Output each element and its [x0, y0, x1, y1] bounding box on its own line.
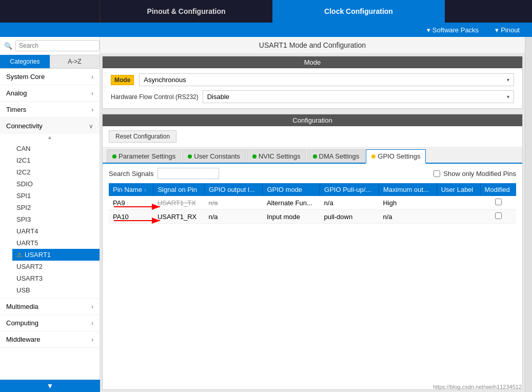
sidebar-item-UART4[interactable]: UART4 [12, 225, 100, 237]
sort-arrow-icon: ↑ [144, 188, 147, 193]
mode-select[interactable]: Asynchronous ▾ [139, 73, 514, 86]
table-row: PA10 USART1_RX n/a Input mode pull-down … [109, 210, 516, 224]
pinout-btn[interactable]: ▾ Pinout [487, 26, 528, 34]
sidebar-item-system-core[interactable]: System Core › [0, 69, 100, 85]
tab-dma-settings[interactable]: DMA Settings [307, 149, 365, 163]
chevron-right-icon5: › [91, 320, 93, 327]
watermark: https://blog.csdn.net/weih11234512 [433, 384, 522, 390]
system-core-label: System Core [6, 73, 45, 81]
content-area: USART1 Mode and Configuration Mode Mode … [100, 37, 525, 392]
mode-panel: Mode Mode Asynchronous ▾ Hardware Flow C… [102, 56, 523, 109]
modified-checkbox-pa9[interactable] [495, 199, 502, 205]
th-signal: Signal on Pin [153, 183, 205, 196]
th-gpio-mode: GPIO mode [263, 183, 320, 196]
sidebar-item-SPI2[interactable]: SPI2 [12, 202, 100, 213]
dot-gpio [371, 154, 376, 159]
scroll-up-indicator: ▲ [0, 134, 100, 141]
mode-panel-body: Mode Asynchronous ▾ Hardware Flow Contro… [103, 68, 522, 108]
td-pa10-modified [480, 210, 516, 224]
reset-config-button[interactable]: Reset Configuration [109, 130, 176, 143]
dot-parameter [112, 154, 116, 159]
mode-panel-header: Mode [103, 56, 522, 68]
td-pa9-output: n/a [205, 196, 263, 210]
subheader: ▾ Software Packs ▾ Pinout [0, 23, 532, 37]
modified-checkbox-pa10[interactable] [495, 212, 502, 219]
sidebar-item-USART1[interactable]: ⚠ USART1 [12, 249, 100, 261]
tab-parameter-settings[interactable]: Parameter Settings [107, 149, 181, 163]
tab-gpio-settings[interactable]: GPIO Settings [366, 149, 426, 164]
table-body: PA9 USART1_TX n/a Alternate Fun... n/a [109, 196, 516, 224]
mode-badge: Mode [111, 75, 134, 85]
sidebar-item-UART5[interactable]: UART5 [12, 237, 100, 249]
sidebar-item-connectivity[interactable]: Connectivity ∨ [0, 118, 100, 134]
th-gpio-output: GPIO output l... [205, 183, 263, 196]
sidebar-item-middleware[interactable]: Middleware › [0, 331, 100, 348]
software-packs-label: Software Packs [432, 26, 479, 34]
td-pa10-maxout: n/a [379, 210, 437, 224]
tab-nvic-settings[interactable]: NVIC Settings [247, 149, 306, 163]
show-modified-checkbox[interactable] [434, 170, 440, 177]
td-pa10-pull: pull-down [320, 210, 379, 224]
bottom-arrow-icon[interactable]: ▼ [47, 382, 54, 390]
clock-config-tab[interactable]: Clock Configuration [272, 0, 445, 23]
tab-user-constants[interactable]: User Constants [182, 149, 246, 163]
th-pin-name: Pin Name ↑ [109, 183, 153, 196]
show-modified-label: Show only Modified Pins [443, 170, 516, 178]
chevron-right-icon3: › [91, 106, 93, 113]
sidebar-item-SPI1[interactable]: SPI1 [12, 190, 100, 202]
sidebar-item-USART2[interactable]: USART2 [12, 261, 100, 272]
pinout-label: Pinout [501, 26, 520, 34]
sidebar-item-multimedia[interactable]: Multimedia › [0, 299, 100, 315]
td-pa10-output: n/a [205, 210, 263, 224]
sidebar-item-timers[interactable]: Timers › [0, 102, 100, 118]
content-title: USART1 Mode and Configuration [100, 37, 525, 54]
dropdown-icon: ▾ [507, 77, 509, 83]
sidebar-item-CAN[interactable]: CAN [12, 143, 100, 154]
mode-row: Mode Asynchronous ▾ [111, 73, 514, 86]
dot-dma [313, 154, 317, 159]
td-pa10-signal: USART1_RX [153, 210, 205, 224]
chevron-right-icon2: › [91, 90, 93, 97]
td-pa9-pin: PA9 [109, 196, 153, 210]
sidebar-item-I2C2[interactable]: I2C2 [12, 166, 100, 178]
sidebar-item-USART3[interactable]: USART3 [12, 272, 100, 284]
td-pa9-mode: Alternate Fun... [263, 196, 320, 210]
connectivity-section: Connectivity ∨ ▲ CAN I2C1 I2C2 SDIO SPI1… [0, 118, 100, 299]
pinout-config-tab[interactable]: Pinout & Configuration [100, 0, 272, 23]
dropdown-icon2: ▾ [507, 94, 509, 100]
config-toolbar: Reset Configuration [103, 126, 522, 147]
td-pa10-label [437, 210, 480, 224]
sidebar-item-SDIO[interactable]: SDIO [12, 178, 100, 190]
td-pa9-pull: n/a [320, 196, 379, 210]
right-scrollbar[interactable] [525, 37, 532, 392]
tab-az[interactable]: A->Z [50, 55, 100, 68]
hw-flow-label: Hardware Flow Control (RS232) [111, 93, 199, 101]
chevron-down-icon: ▾ [427, 26, 430, 34]
computing-label: Computing [6, 319, 38, 327]
sidebar-item-analog[interactable]: Analog › [0, 85, 100, 102]
sidebar-search-row: 🔍 ⚙ [0, 37, 100, 55]
search-signals-row: Search Signals Show only Modified Pins [109, 168, 516, 179]
chevron-right-icon: › [91, 73, 93, 81]
sidebar-item-SPI3[interactable]: SPI3 [12, 213, 100, 225]
chevron-right-icon4: › [91, 303, 93, 310]
software-packs-btn[interactable]: ▾ Software Packs [419, 26, 487, 34]
config-panel: Configuration Reset Configuration Parame… [102, 114, 523, 390]
hw-flow-select[interactable]: Disable ▾ [203, 90, 514, 103]
chevron-down-icon3: ∨ [89, 123, 93, 130]
sidebar-item-computing[interactable]: Computing › [0, 315, 100, 331]
search-input[interactable] [15, 40, 100, 51]
gpio-content: Search Signals Show only Modified Pins [103, 164, 522, 389]
sidebar-item-USB[interactable]: USB [12, 284, 100, 296]
search-signals-input[interactable] [157, 168, 219, 179]
tab-categories[interactable]: Categories [0, 55, 50, 68]
th-modified: Modified [480, 183, 516, 196]
sidebar-item-I2C1[interactable]: I2C1 [12, 154, 100, 166]
warning-icon: ⚠ [16, 251, 23, 259]
th-gpio-pull: GPIO Pull-up/... [320, 183, 379, 196]
td-pa10-mode: Input mode [263, 210, 320, 224]
td-pa9-maxout: High [379, 196, 437, 210]
sidebar-items: System Core › Analog › Timers › Connecti… [0, 69, 100, 392]
table-container: Pin Name ↑ Signal on Pin GPIO output l..… [109, 183, 516, 224]
hw-flow-row: Hardware Flow Control (RS232) Disable ▾ [111, 90, 514, 103]
